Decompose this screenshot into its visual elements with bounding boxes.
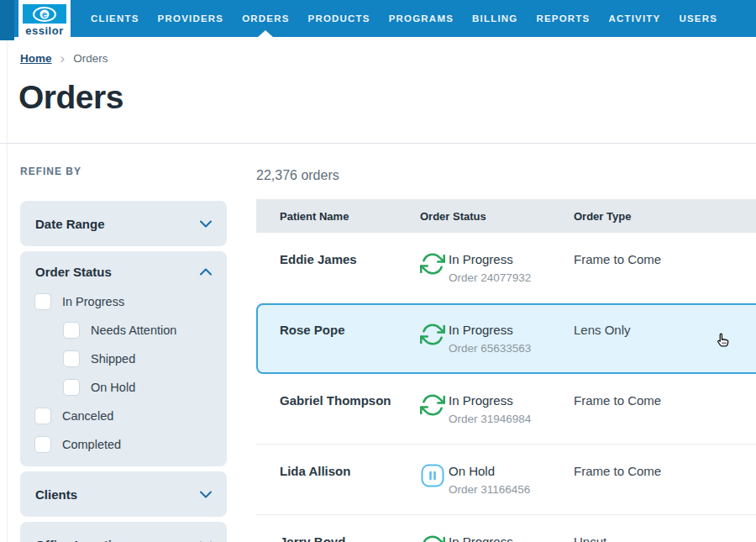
orders-table-header: Patient Name Order Status Order Type bbox=[256, 199, 756, 233]
table-row[interactable]: Gabriel Thompson In Progress Order 31946… bbox=[256, 374, 756, 445]
status-checkbox[interactable] bbox=[63, 322, 80, 339]
svg-text:e: e bbox=[42, 8, 47, 18]
nav-item-label: CLIENTS bbox=[91, 13, 139, 24]
nav-item-label: ACTIVITY bbox=[608, 13, 660, 24]
order-status-cell: In Progress Order 24077932 bbox=[420, 253, 574, 284]
chevron-down-icon bbox=[200, 220, 212, 228]
column-header-patient-name: Patient Name bbox=[280, 210, 420, 223]
status-checkbox-label: In Progress bbox=[62, 295, 124, 308]
status-filter-option: Shipped bbox=[63, 350, 227, 367]
chevron-down-icon bbox=[200, 491, 212, 498]
panel-label: Date Range bbox=[35, 217, 105, 231]
in-progress-sync-icon bbox=[420, 392, 445, 418]
patient-name: Gabriel Thompson bbox=[280, 394, 420, 408]
page-title: Orders bbox=[18, 79, 123, 116]
nav-item[interactable]: ACTIVITY bbox=[607, 0, 661, 37]
order-type: Lens Only bbox=[574, 324, 756, 337]
filter-panel-order-status: Order Status In Progress Needs Attention bbox=[20, 251, 227, 466]
order-type: Frame to Come bbox=[574, 465, 756, 478]
order-status-text: In Progress bbox=[449, 253, 574, 266]
filter-panel-office-location: Office Location bbox=[20, 522, 227, 542]
nav-menu: CLIENTS PROVIDERS ORDERS PRODUCTS PROGRA… bbox=[90, 0, 735, 37]
patient-name: Eddie James bbox=[280, 253, 420, 266]
order-status-toggle[interactable]: Order Status bbox=[20, 251, 227, 292]
nav-item[interactable]: REPORTS bbox=[535, 0, 591, 37]
nav-item[interactable]: PROGRAMS bbox=[388, 0, 454, 37]
order-status-text: In Progress bbox=[449, 535, 574, 542]
clients-toggle[interactable]: Clients bbox=[20, 471, 227, 517]
status-checkbox-label: Shipped bbox=[91, 352, 135, 366]
order-type: Uncut bbox=[574, 535, 756, 542]
order-type: Frame to Come bbox=[574, 394, 756, 408]
order-status-cell: In Progress bbox=[420, 535, 574, 542]
patient-name: Rose Pope bbox=[280, 324, 420, 337]
table-row[interactable]: Rose Pope In Progress Order 65633563 bbox=[256, 303, 756, 374]
status-checkbox[interactable] bbox=[34, 408, 51, 424]
table-row[interactable]: Eddie James In Progress Order 24077932 bbox=[256, 233, 756, 303]
orders-count: 22,376 orders bbox=[256, 167, 756, 183]
order-status-cell: In Progress Order 65633563 bbox=[420, 324, 574, 355]
refine-by-heading: REFINE BY bbox=[20, 166, 227, 177]
date-range-toggle[interactable]: Date Range bbox=[20, 201, 227, 246]
header-divider bbox=[0, 143, 756, 144]
patient-name: Lida Allison bbox=[280, 465, 420, 478]
filter-panel-date-range: Date Range bbox=[20, 201, 227, 246]
status-filter-option: Completed bbox=[34, 436, 227, 453]
panel-label: Office Location bbox=[35, 538, 127, 542]
breadcrumb-home-link[interactable]: Home bbox=[20, 52, 52, 65]
filter-panel-clients: Clients bbox=[20, 471, 227, 517]
order-status-options: In Progress Needs Attention Shipped bbox=[20, 292, 227, 466]
brand-accent-strip bbox=[0, 0, 14, 40]
column-header-order-status: Order Status bbox=[420, 210, 574, 223]
order-status-text: In Progress bbox=[449, 324, 574, 337]
breadcrumb-current: Orders bbox=[73, 52, 108, 65]
status-checkbox-label: On Hold bbox=[91, 381, 135, 394]
office-location-toggle[interactable]: Office Location bbox=[20, 522, 227, 542]
table-row[interactable]: Jerry Boyd In Progress bbox=[256, 515, 756, 542]
nav-item[interactable]: ORDERS bbox=[241, 0, 290, 37]
chevron-up-icon bbox=[200, 268, 212, 276]
status-filter-option: On Hold bbox=[63, 379, 227, 396]
status-checkbox[interactable] bbox=[34, 436, 51, 453]
table-row[interactable]: Lida Allison On Hold Order 31166456 bbox=[256, 445, 756, 515]
status-checkbox[interactable] bbox=[63, 379, 80, 396]
status-checkbox-label: Canceled bbox=[62, 409, 113, 423]
status-checkbox-label: Needs Attention bbox=[91, 324, 176, 337]
order-status-cell: On Hold Order 31166456 bbox=[420, 465, 574, 496]
breadcrumb-separator-icon: › bbox=[60, 51, 66, 66]
order-status-text: On Hold bbox=[449, 465, 574, 478]
nav-item[interactable]: BILLING bbox=[471, 0, 518, 37]
essilor-eye-icon: e bbox=[23, 4, 66, 24]
nav-item-label: PROGRAMS bbox=[389, 13, 454, 24]
nav-item-label: PROVIDERS bbox=[158, 13, 224, 24]
nav-item[interactable]: PROVIDERS bbox=[157, 0, 225, 37]
panel-label: Clients bbox=[35, 487, 77, 502]
in-progress-sync-icon bbox=[420, 322, 445, 347]
status-filter-option: Needs Attention bbox=[63, 322, 227, 339]
orders-page: e essilor CLIENTS PROVIDERS ORDERS bbox=[0, 0, 756, 542]
order-number: Order 31946984 bbox=[449, 413, 574, 425]
status-checkbox[interactable] bbox=[34, 293, 51, 310]
orders-table-body: Eddie James In Progress Order 24077932 bbox=[256, 233, 756, 542]
brand-logo[interactable]: e essilor bbox=[18, 0, 71, 44]
nav-item[interactable]: CLIENTS bbox=[90, 0, 140, 37]
panel-label: Order Status bbox=[35, 265, 112, 279]
patient-name: Jerry Boyd bbox=[280, 535, 420, 542]
order-number: Order 31166456 bbox=[449, 484, 574, 496]
status-checkbox[interactable] bbox=[63, 350, 80, 367]
nav-item[interactable]: USERS bbox=[678, 0, 718, 37]
order-status-cell: In Progress Order 31946984 bbox=[420, 394, 574, 425]
order-type: Frame to Come bbox=[574, 253, 756, 266]
in-progress-sync-icon bbox=[420, 534, 445, 542]
column-header-order-type: Order Type bbox=[574, 210, 756, 223]
status-checkbox-label: Completed bbox=[62, 438, 121, 451]
top-navigation-bar: e essilor CLIENTS PROVIDERS ORDERS bbox=[0, 0, 756, 37]
page-left-rule bbox=[7, 40, 8, 542]
nav-item[interactable]: PRODUCTS bbox=[307, 0, 371, 37]
status-filter-option: In Progress bbox=[34, 293, 227, 310]
order-number: Order 24077932 bbox=[449, 272, 574, 284]
orders-main: 22,376 orders Patient Name Order Status … bbox=[256, 166, 756, 542]
status-filter-option: Canceled bbox=[34, 408, 227, 424]
nav-item-label: ORDERS bbox=[242, 13, 289, 24]
order-number: Order 65633563 bbox=[449, 343, 574, 355]
